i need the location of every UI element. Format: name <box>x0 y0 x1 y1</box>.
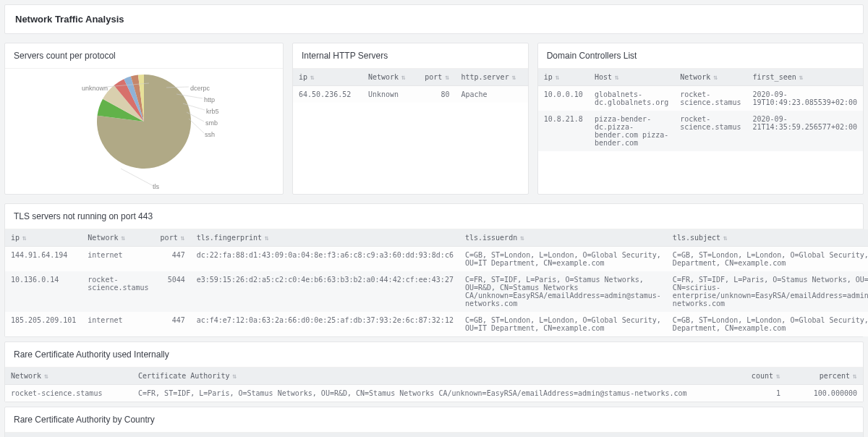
cell: rocket-science.stamus <box>82 271 154 312</box>
cell: pizza-bender-dc.pizza-bender.com pizza-b… <box>589 111 674 151</box>
cell: C=GB, ST=London, L=London, O=Global Secu… <box>667 247 868 272</box>
cell: 144.91.64.194 <box>5 247 82 272</box>
col-network[interactable]: Network⇅ <box>362 69 416 86</box>
cell: 447 <box>155 247 191 272</box>
http-servers-table: ip⇅ Network⇅ port⇅ http.server⇅ 64.50.23… <box>293 69 528 103</box>
col-count[interactable]: count⇅ <box>724 368 786 385</box>
sort-icon: ⇅ <box>713 73 718 81</box>
cell: rocket-science.stamus <box>674 111 746 151</box>
cell: Apache <box>455 86 527 103</box>
cell: C=GB, ST=London, L=London, O=Global Secu… <box>459 312 667 336</box>
cell: rocket-science.stamus <box>5 385 132 402</box>
cell: 10.0.0.10 <box>538 86 589 111</box>
sort-icon: ⇅ <box>181 234 185 242</box>
cell: 10.8.21.8 <box>538 111 589 151</box>
cell: 10.136.0.14 <box>5 271 82 312</box>
cell: 100.000000 <box>786 385 863 402</box>
sort-icon: ⇅ <box>776 372 780 380</box>
sort-icon: ⇅ <box>121 234 125 242</box>
sort-icon: ⇅ <box>22 234 27 242</box>
col-ip[interactable]: ip⇅ <box>293 69 362 86</box>
col-network[interactable]: Network⇅ <box>5 368 132 385</box>
cell: globalnets-dc.globalnets.org <box>589 86 674 111</box>
col-issuerdn[interactable]: tls.issuerdn⇅ <box>459 229 667 247</box>
cell: C=FR, ST=IDF, L=Paris, O=Stamus Networks… <box>459 271 667 312</box>
cell: internet <box>82 247 154 272</box>
sort-icon: ⇅ <box>520 234 524 242</box>
sort-icon: ⇅ <box>799 73 804 81</box>
cell: C=FR, ST=IDF, L=Paris, O=Stamus Networks… <box>667 271 868 312</box>
svg-line-2 <box>176 94 203 98</box>
table-row[interactable]: rocket-science.stamusC=FR, ST=IDF, L=Par… <box>5 385 863 402</box>
col-count[interactable]: count⇅ <box>724 433 786 437</box>
sort-icon: ⇅ <box>310 73 315 81</box>
svg-line-3 <box>183 103 205 110</box>
cell: rocket-science.stamus <box>674 86 746 111</box>
sort-icon: ⇅ <box>512 73 516 81</box>
cell: e3:59:15:26:d2:a5:c2:c0:4e:b6:63:b3:b2:a… <box>191 271 459 312</box>
sort-icon: ⇅ <box>556 73 560 81</box>
col-host[interactable]: Host⇅ <box>589 69 674 86</box>
col-subject[interactable]: tls.subject⇅ <box>667 229 868 247</box>
table-row[interactable]: 144.91.64.194internet447dc:22:fa:88:d1:4… <box>5 247 868 272</box>
rare-ca-internal-table: Network⇅ Certificate Authority⇅ count⇅ p… <box>5 368 863 402</box>
panel-title-http: Internal HTTP Servers <box>293 43 528 69</box>
col-ca[interactable]: Certificate Authority⇅ <box>89 433 724 437</box>
table-row[interactable]: 10.8.21.8pizza-bender-dc.pizza-bender.co… <box>538 111 863 151</box>
panel-title-dc: Domain Controllers List <box>538 43 863 69</box>
cell: 2020-09-19T10:49:23.085539+02:00 <box>747 86 863 111</box>
col-port[interactable]: port⇅ <box>155 229 191 247</box>
col-percent[interactable]: percent⇅ <box>786 368 863 385</box>
table-row[interactable]: 185.205.209.101internet447ac:f4:e7:12:0a… <box>5 312 868 336</box>
table-row[interactable]: 10.136.0.14rocket-science.stamus5044e3:5… <box>5 271 868 312</box>
sort-icon: ⇅ <box>44 372 48 380</box>
cell: C=FR, ST=IDF, L=Paris, O=Stamus Networks… <box>132 385 724 402</box>
cell: dc:22:fa:88:d1:43:09:0a:04:8e:f3:a6:c8:c… <box>191 247 459 272</box>
sort-icon: ⇅ <box>853 372 857 380</box>
table-row[interactable]: 64.50.236.52Unknown80Apache <box>293 86 528 103</box>
svg-line-6 <box>121 169 153 186</box>
col-percent[interactable]: percent⇅ <box>786 433 863 437</box>
svg-line-0 <box>106 83 149 87</box>
cell: internet <box>82 312 154 336</box>
col-country[interactable]: Country⇅ <box>5 433 89 437</box>
servers-per-protocol-chart: unknown dcerpc http krb5 smb ssh tls <box>5 75 283 194</box>
cell: 185.205.209.101 <box>5 312 82 336</box>
domain-controllers-table: ip⇅ Host⇅ Network⇅ first_seen⇅ 10.0.0.10… <box>538 69 863 151</box>
tls-servers-table: ip⇅ Network⇅ port⇅ tls.fingerprint⇅ tls.… <box>5 229 868 336</box>
col-ca[interactable]: Certificate Authority⇅ <box>132 368 724 385</box>
col-http-server[interactable]: http.server⇅ <box>455 69 527 86</box>
cell: 5044 <box>155 271 191 312</box>
col-port[interactable]: port⇅ <box>416 69 455 86</box>
sort-icon: ⇅ <box>615 73 619 81</box>
col-first-seen[interactable]: first_seen⇅ <box>747 69 863 86</box>
panel-title-ca-country: Rare Certificate Authority by Country <box>5 407 863 433</box>
sort-icon: ⇅ <box>723 234 728 242</box>
table-row[interactable]: 10.0.0.10globalnets-dc.globalnets.orgroc… <box>538 86 863 111</box>
cell: 447 <box>155 312 191 336</box>
sort-icon: ⇅ <box>265 234 269 242</box>
cell: C=GB, ST=London, L=London, O=Global Secu… <box>459 247 667 272</box>
sort-icon: ⇅ <box>232 372 237 380</box>
cell: 80 <box>416 86 455 103</box>
cell: C=GB, ST=London, L=London, O=Global Secu… <box>667 312 868 336</box>
col-network[interactable]: Network⇅ <box>674 69 746 86</box>
panel-title-tls: TLS servers not running on port 443 <box>5 204 863 229</box>
col-network[interactable]: Network⇅ <box>82 229 154 247</box>
cell: 1 <box>724 385 786 402</box>
cell: ac:f4:e7:12:0a:63:2a:66:d0:0e:25:af:db:3… <box>191 312 459 336</box>
cell: Unknown <box>362 86 416 103</box>
sort-icon: ⇅ <box>445 73 449 81</box>
col-ip[interactable]: ip⇅ <box>5 229 82 247</box>
svg-line-4 <box>187 112 204 122</box>
col-ip[interactable]: ip⇅ <box>538 69 589 86</box>
panel-title-ca-internal: Rare Certificate Authority used Internal… <box>5 342 863 368</box>
rare-ca-country-table: Country⇅ Certificate Authority⇅ count⇅ p… <box>5 433 863 437</box>
col-fingerprint[interactable]: tls.fingerprint⇅ <box>191 229 459 247</box>
panel-title-pie: Servers count per protocol <box>5 43 283 69</box>
svg-line-1 <box>166 87 189 88</box>
svg-line-5 <box>189 119 204 133</box>
page-title: Network Traffic Analysis <box>5 5 863 33</box>
cell: 64.50.236.52 <box>293 86 362 103</box>
sort-icon: ⇅ <box>401 73 406 81</box>
